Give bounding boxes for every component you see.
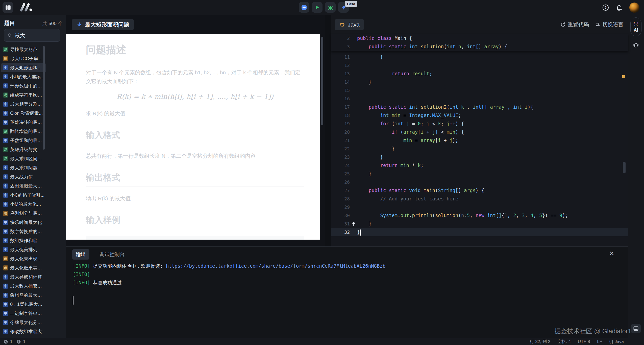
add-button[interactable] [299,2,309,13]
line-number: 17 [331,103,350,111]
code-line[interactable]: 28 // Add your test cases here [331,195,628,203]
code-line[interactable]: 32} [331,228,628,236]
console-log-line: [INFO] [73,270,385,279]
problem-list-item[interactable]: 中小C的帖子吸引... [1,191,46,200]
beta-badge: Beta [345,1,357,7]
problem-list-item[interactable]: 易英雄升级与奖励... [1,145,46,154]
reset-code-button[interactable]: 重置代码 [560,21,589,28]
user-avatar[interactable] [629,3,639,13]
problem-list-item[interactable]: 中英雄决斗的最大... [1,118,46,127]
tab-debug-console[interactable]: 调试控制台 [96,249,128,260]
problem-list-item[interactable]: 中子数组和的最大... [1,136,46,145]
ai-assistant-button[interactable]: AI [630,17,641,36]
code-line[interactable]: 30 System.out.println(solution(n:5, new … [331,211,628,220]
code-line[interactable]: 14 } [331,78,628,86]
problem-list-item[interactable]: 中环形数组中的最... [1,81,46,90]
code-line[interactable]: 2public class Main { [331,34,628,42]
code-line[interactable]: 27 public static void main(String[] args… [331,186,628,195]
problem-tab[interactable]: 最大矩形面积问题 [72,19,134,30]
code-line[interactable]: 19 for (int j = 0; j < k; j++) { [331,120,628,128]
code-line[interactable]: 31 } [331,220,628,228]
problem-list-item[interactable]: 中象棋马的最大权... [1,291,46,300]
problem-list-item[interactable]: 难最大UCC子串计算 [1,54,46,63]
problem-list-item[interactable]: 中最大矩形面积问... [1,63,46,72]
code-line[interactable]: 13 return result; [331,70,628,78]
problem-list-item[interactable]: 中农田灌溉最大化... [1,181,46,191]
close-panel-icon[interactable]: ✕ [608,250,615,257]
console-caret [73,296,73,305]
code-line[interactable]: 15 [331,86,628,95]
sidebar-scrollbar[interactable] [43,46,45,150]
problem-list-item[interactable]: 中最大战力值 [1,172,46,181]
error-count[interactable]: 1 [10,339,12,344]
language-tab[interactable]: Java [335,19,364,30]
problem-list-item[interactable]: 易组成字符串ku的... [1,90,46,100]
debug-button[interactable] [325,2,336,13]
toggle-bottom-panel-button[interactable] [631,324,641,333]
code-line[interactable]: 21 min = array[i + j]; [331,136,628,145]
tab-output[interactable]: 输出 [72,249,89,260]
code-line[interactable]: 12 [331,61,628,70]
encoding[interactable]: UTF-8 [578,339,590,344]
code-line[interactable]: 3 public static int solution(int n, int[… [331,42,628,51]
problem-title: 0，1背包最大价... [10,301,45,307]
problem-list-item[interactable]: 易寻找最大葫芦 [1,45,46,54]
problem-list-item[interactable]: 难最大化未出现自... [1,254,46,263]
problem-list-item[interactable]: 中最大异或和计算 [1,272,46,282]
sidebar-toggle-button[interactable] [3,2,13,13]
problem-list-item[interactable]: 中最大相等分割红... [1,100,46,109]
editor-scrollbar[interactable] [623,162,626,173]
problem-list-item[interactable]: 中最大乘积问题 [1,163,46,172]
problem-scrollbar[interactable] [321,37,323,125]
difficulty-badge: 易 [3,156,8,161]
run-button[interactable] [312,2,323,13]
problem-list-item[interactable]: 中修改数组求最大 [1,327,46,336]
problem-list-item[interactable]: 易翻转增益的最大... [1,127,46,136]
problem-list-item[interactable]: 中数字替换后的最... [1,227,46,236]
help-icon[interactable]: ? [602,4,609,11]
problem-list-item[interactable]: 中小M的最大化数组 [1,200,46,209]
problem-title: 寻找最大葫芦 [10,47,37,53]
problem-list-item[interactable]: 中令牌最大化分数... [1,318,46,327]
code-area[interactable]: 11 }1213 return result;14 }151617 public… [331,34,628,246]
problem-list-item[interactable]: 中最大敌人捕获问... [1,282,46,291]
problem-list-item[interactable]: 中快乐时间最大化 [1,218,46,227]
bug-outline-icon [632,41,639,49]
search-input[interactable] [15,32,53,38]
notification-bell-icon[interactable] [616,4,623,11]
line-number: 20 [331,128,350,136]
problem-list-item[interactable]: 中二进制字符串的... [1,309,46,318]
code-line[interactable]: 29 [331,203,628,211]
problem-list-item[interactable]: 中小U的最大连续... [1,72,46,81]
app-logo[interactable] [19,3,34,13]
indent-setting[interactable]: 空格: 4 [557,339,571,344]
problem-list-item[interactable]: 中0，1背包最大价... [1,300,46,309]
problem-list-item[interactable]: 难最大化糖果美味... [1,263,46,272]
feedback-link[interactable]: https://bytedance.larkoffice.com/share/b… [166,263,385,269]
language-mode[interactable]: { } Java [609,339,624,344]
code-line[interactable]: 11 } [331,53,628,61]
problem-list-item[interactable]: 易最大乘积区间问... [1,154,46,163]
search-box[interactable] [4,29,60,42]
code-line[interactable]: 22 } [331,145,628,153]
problem-title: 环形数组中的最... [10,83,45,89]
cursor-position[interactable]: 行 32, 列 2 [530,339,550,344]
code-line[interactable]: 26 [331,178,628,186]
code-line[interactable]: 20 if (array[i + j] < min) { [331,128,628,136]
code-line[interactable]: 16 [331,95,628,103]
code-line[interactable]: 18 int min = Integer.MAX_VALUE; [331,111,628,120]
warning-count[interactable]: 1 [23,339,25,344]
problem-list-item[interactable]: 难序列划分与最大... [1,209,46,218]
eol-setting[interactable]: LF [597,339,602,344]
problem-list-item[interactable]: 中数组操作和最大... [1,236,46,245]
debug-rail-button[interactable] [632,41,639,50]
switch-language-button[interactable]: 切换语言 [595,21,624,28]
top-bar: Beta ? [0,0,644,15]
problem-list-item[interactable]: 中Cion 勒索病毒... [1,109,46,118]
code-line[interactable]: 24 return min * k; [331,161,628,170]
code-line[interactable]: 23 } [331,153,628,161]
problem-list-item[interactable]: 中最大优美排列 [1,245,46,254]
code-line[interactable]: 25 } [331,170,628,178]
input-format-text: 总共有两行，第一行是数组长度 N，第二个是空格分割的所有数组的内容 [86,151,304,160]
code-line[interactable]: 17 public static int solution2(int k , i… [331,103,628,111]
